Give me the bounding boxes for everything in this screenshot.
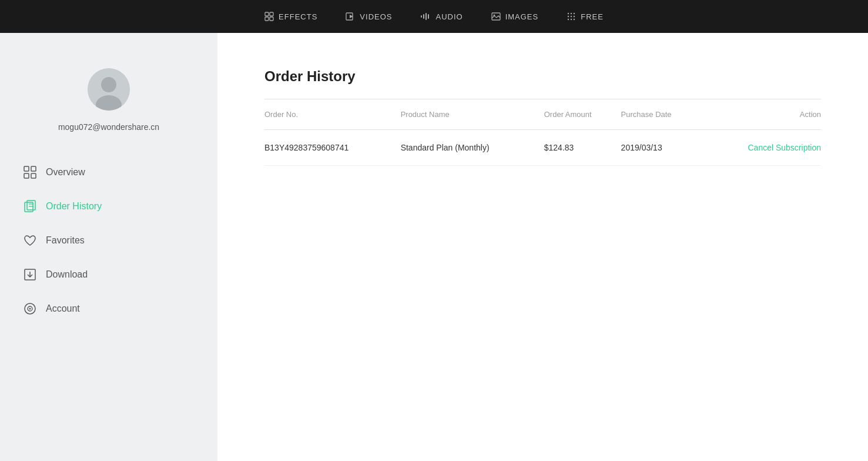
cell-order-no: B13Y49283759608741 xyxy=(264,130,401,166)
col-header-action: Action xyxy=(703,99,821,130)
svg-rect-9 xyxy=(428,14,429,19)
svg-rect-8 xyxy=(425,13,427,20)
nav-images-label: IMAGES xyxy=(505,12,539,21)
sidebar-item-overview[interactable]: Overview xyxy=(24,155,194,189)
main-layout: mogu072@wondershare.cn Overview xyxy=(0,33,868,461)
nav-audio[interactable]: AUDIO xyxy=(420,12,463,21)
nav-videos-label: VIDEOS xyxy=(360,12,392,21)
cell-purchase-date: 2019/03/13 xyxy=(621,130,703,166)
col-header-product-name: Product Name xyxy=(401,99,544,130)
nav-effects-label: EFFECTS xyxy=(279,12,317,21)
svg-point-20 xyxy=(574,19,575,20)
svg-rect-24 xyxy=(24,166,29,171)
cancel-subscription-button[interactable]: Cancel Subscription xyxy=(748,143,821,152)
order-table: Order No. Product Name Order Amount Purc… xyxy=(264,99,821,166)
svg-point-19 xyxy=(571,19,572,20)
account-icon xyxy=(24,302,36,315)
svg-rect-27 xyxy=(31,173,36,178)
svg-rect-6 xyxy=(421,15,422,18)
col-header-purchase-date: Purchase Date xyxy=(621,99,703,130)
svg-point-14 xyxy=(574,13,575,14)
table-header-row: Order No. Product Name Order Amount Purc… xyxy=(264,99,821,130)
nav-videos[interactable]: VIDEOS xyxy=(346,12,392,21)
favorites-icon xyxy=(24,234,36,247)
svg-rect-7 xyxy=(423,14,424,19)
nav-audio-label: AUDIO xyxy=(435,12,463,21)
svg-rect-0 xyxy=(265,12,269,16)
col-header-order-no: Order No. xyxy=(264,99,401,130)
sidebar-menu: Overview Order History xyxy=(0,155,217,326)
sidebar-item-download[interactable]: Download xyxy=(24,258,194,292)
sidebar: mogu072@wondershare.cn Overview xyxy=(0,33,217,461)
sidebar-item-download-label: Download xyxy=(46,269,88,280)
nav-images[interactable]: IMAGES xyxy=(491,12,539,21)
audio-icon xyxy=(420,12,431,21)
svg-point-15 xyxy=(568,16,569,17)
sidebar-item-order-history-label: Order History xyxy=(46,201,102,212)
nav-free[interactable]: FREE xyxy=(567,12,604,21)
effects-icon xyxy=(264,12,274,21)
cell-product-name: Standard Plan (Monthly) xyxy=(401,130,544,166)
page-title: Order History xyxy=(264,68,821,85)
sidebar-item-overview-label: Overview xyxy=(46,167,85,178)
svg-rect-1 xyxy=(270,12,273,16)
svg-point-18 xyxy=(568,19,569,20)
svg-rect-25 xyxy=(31,166,36,171)
avatar xyxy=(88,68,130,111)
svg-point-16 xyxy=(571,16,572,17)
svg-point-17 xyxy=(574,16,575,17)
sidebar-item-order-history[interactable]: Order History xyxy=(24,189,194,223)
cell-action[interactable]: Cancel Subscription xyxy=(703,130,821,166)
sidebar-item-favorites[interactable]: Favorites xyxy=(24,223,194,258)
sidebar-item-account[interactable]: Account xyxy=(24,292,194,326)
table-row: B13Y49283759608741 Standard Plan (Monthl… xyxy=(264,130,821,166)
sidebar-item-favorites-label: Favorites xyxy=(46,235,85,246)
svg-rect-3 xyxy=(270,17,273,21)
sidebar-item-account-label: Account xyxy=(46,303,80,314)
col-header-order-amount: Order Amount xyxy=(544,99,621,130)
nav-effects[interactable]: EFFECTS xyxy=(264,12,317,21)
svg-point-22 xyxy=(101,77,116,92)
user-email: mogu072@wondershare.cn xyxy=(58,122,159,132)
svg-point-13 xyxy=(571,13,572,14)
free-icon xyxy=(567,12,576,21)
svg-rect-2 xyxy=(265,17,269,21)
download-icon xyxy=(24,268,36,281)
top-nav: EFFECTS VIDEOS AUDIO xyxy=(0,0,868,33)
svg-point-36 xyxy=(29,308,31,310)
cell-order-amount: $124.83 xyxy=(544,130,621,166)
order-history-icon xyxy=(24,200,36,213)
images-icon xyxy=(491,12,501,21)
overview-icon xyxy=(24,166,36,179)
videos-icon xyxy=(346,12,355,21)
nav-free-label: FREE xyxy=(581,12,604,21)
main-content: Order History Order No. Product Name Ord… xyxy=(217,33,868,461)
svg-point-12 xyxy=(568,13,569,14)
svg-rect-26 xyxy=(24,173,29,178)
